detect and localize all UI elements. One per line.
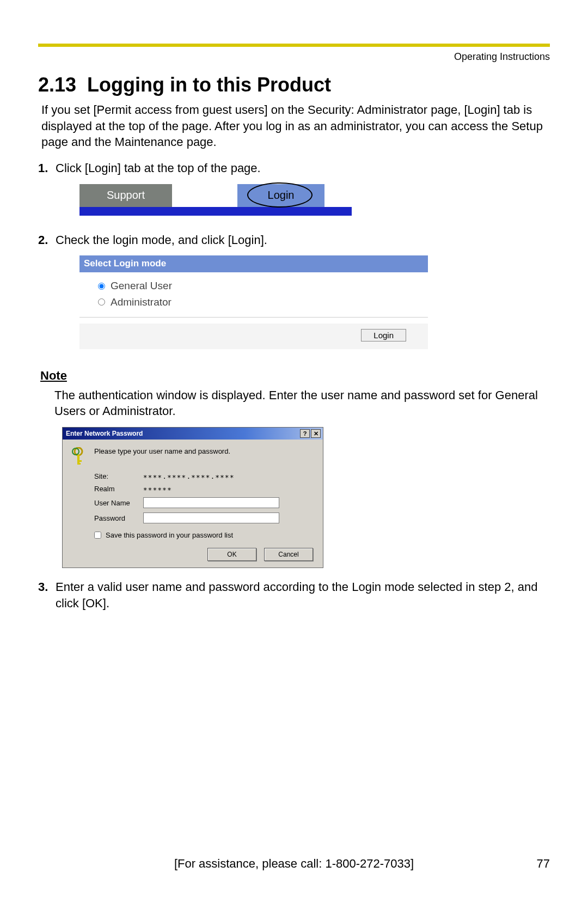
row-save-password[interactable]: Save this password in your password list: [94, 531, 315, 539]
row-username: User Name: [94, 497, 315, 508]
login-mode-title: Select Login mode: [79, 255, 428, 272]
step-1-number: 1.: [38, 160, 56, 225]
dialog-titlebar: Enter Network Password ? ✕: [63, 428, 323, 440]
site-label: Site:: [94, 472, 138, 480]
footer-assistance: [For assistance, please call: 1-800-272-…: [174, 857, 414, 871]
header-rule: [38, 44, 550, 47]
save-password-checkbox[interactable]: [94, 532, 101, 539]
tab-login[interactable]: Login: [237, 184, 324, 207]
realm-label: Realm: [94, 485, 138, 493]
figure-auth-dialog: Enter Network Password ? ✕ Please type y…: [62, 427, 323, 568]
note-heading: Note: [40, 369, 550, 383]
radio-administrator[interactable]: [98, 298, 105, 306]
step-2: 2. Check the login mode, and click [Logi…: [38, 232, 550, 359]
row-password: Password: [94, 513, 315, 523]
login-mode-separator: [79, 317, 428, 324]
section-number: 2.13: [38, 74, 76, 96]
login-button[interactable]: Login: [361, 329, 406, 341]
section-title-text: Logging in to this Product: [87, 74, 331, 96]
step-3-number: 3.: [38, 579, 56, 611]
save-password-label: Save this password in your password list: [106, 531, 233, 539]
header-right-text: Operating Instructions: [38, 51, 550, 63]
option-general-user-label: General User: [111, 279, 172, 293]
dialog-close-button[interactable]: ✕: [311, 429, 321, 438]
note-text: The authentication window is displayed. …: [54, 387, 550, 419]
password-input[interactable]: [143, 513, 279, 523]
tab-login-label: Login: [268, 188, 295, 203]
dialog-title-text: Enter Network Password: [66, 430, 143, 437]
step-2-number: 2.: [38, 232, 56, 359]
dialog-help-button[interactable]: ?: [300, 429, 310, 438]
option-administrator[interactable]: Administrator: [98, 295, 418, 309]
step-2-text: Check the login mode, and click [Login].: [56, 233, 267, 247]
step-3: 3. Enter a valid user name and password …: [38, 579, 550, 611]
realm-value: ∗∗∗∗∗∗: [143, 485, 172, 493]
username-input[interactable]: [143, 497, 279, 508]
figure-tabs: Support Login: [79, 184, 352, 216]
svg-rect-3: [77, 460, 82, 462]
tab-support[interactable]: Support: [79, 184, 172, 207]
option-general-user[interactable]: General User: [98, 279, 418, 293]
site-value: ∗∗∗∗.∗∗∗∗.∗∗∗∗.∗∗∗∗: [143, 472, 235, 480]
figure-login-mode: Select Login mode General User Administr…: [79, 255, 428, 349]
row-realm: Realm ∗∗∗∗∗∗: [94, 485, 315, 493]
key-icon: [70, 447, 87, 466]
tab-underline-bar: [79, 207, 352, 216]
page-number: 77: [537, 857, 550, 871]
step-1-text: Click [Login] tab at the top of the page…: [56, 161, 261, 175]
svg-rect-2: [77, 455, 79, 463]
row-site: Site: ∗∗∗∗.∗∗∗∗.∗∗∗∗.∗∗∗∗: [94, 472, 315, 480]
step-3-text: Enter a valid user name and password acc…: [56, 580, 537, 610]
step-1: 1. Click [Login] tab at the top of the p…: [38, 160, 550, 225]
username-label: User Name: [94, 499, 138, 507]
section-intro: If you set [Permit access from guest use…: [41, 102, 550, 150]
tab-spacer: [172, 184, 237, 207]
svg-rect-4: [77, 463, 81, 465]
password-label: Password: [94, 514, 138, 522]
option-administrator-label: Administrator: [111, 295, 171, 309]
ok-button[interactable]: OK: [207, 548, 256, 561]
dialog-prompt: Please type your user name and password.: [94, 447, 230, 455]
section-title: 2.13 Logging in to this Product: [38, 74, 550, 96]
radio-general-user[interactable]: [98, 283, 105, 290]
cancel-button[interactable]: Cancel: [264, 548, 313, 561]
